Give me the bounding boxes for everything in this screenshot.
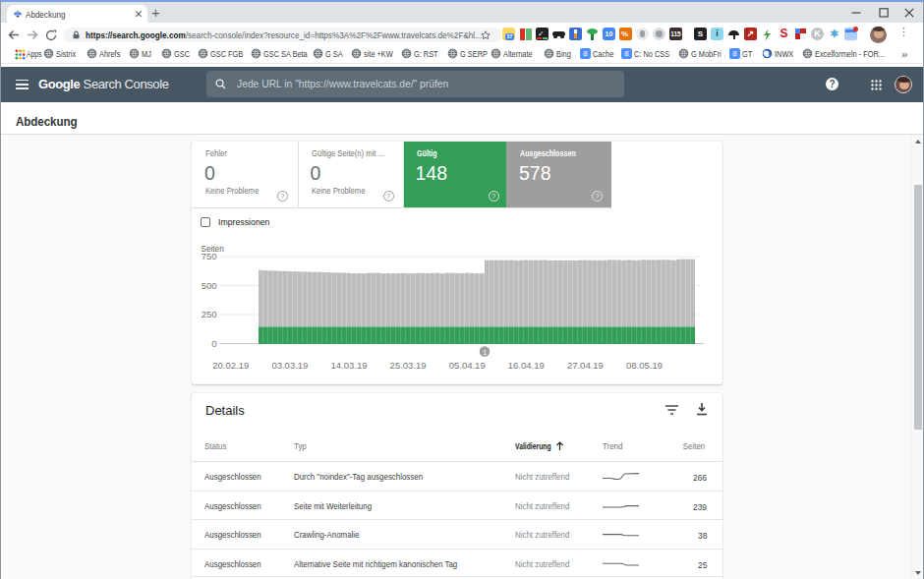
svg-text:16.04.19: 16.04.19 — [508, 360, 545, 371]
svg-text:08.05.19: 08.05.19 — [626, 360, 663, 371]
svg-text:27.04.19: 27.04.19 — [567, 360, 604, 371]
svg-text:25.03.19: 25.03.19 — [390, 360, 427, 371]
svg-text:500: 500 — [202, 279, 217, 290]
svg-text:0: 0 — [211, 337, 216, 348]
svg-text:05.04.19: 05.04.19 — [449, 360, 486, 371]
svg-text:750: 750 — [202, 251, 217, 261]
svg-text:14.03.19: 14.03.19 — [331, 360, 368, 371]
svg-text:1: 1 — [483, 347, 487, 356]
svg-text:250: 250 — [202, 309, 217, 319]
svg-text:20.02.19: 20.02.19 — [212, 360, 249, 371]
svg-text:03.03.19: 03.03.19 — [271, 360, 308, 371]
